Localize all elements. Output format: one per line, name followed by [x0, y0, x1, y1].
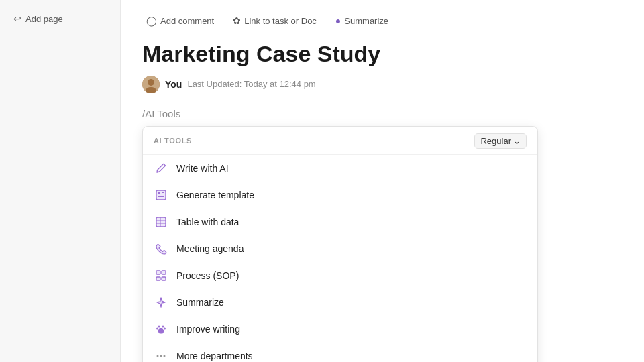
paw-icon — [154, 322, 168, 337]
chevron-down-icon: ⌄ — [513, 136, 521, 146]
svg-rect-6 — [158, 196, 164, 197]
svg-rect-5 — [162, 192, 164, 193]
menu-item-generate-template[interactable]: Generate template — [143, 182, 537, 208]
svg-rect-11 — [156, 271, 160, 274]
add-comment-label: Add comment — [160, 16, 214, 26]
summarize-button[interactable]: ● Summarize — [331, 13, 392, 28]
menu-item-label: More departments — [176, 351, 253, 361]
ai-tools-card: AI TOOLS Regular ⌄ Write with AI — [142, 126, 538, 362]
menu-item-table-with-data[interactable]: Table with data — [143, 208, 537, 235]
card-header-label: AI TOOLS — [154, 137, 192, 145]
add-page-label: Add page — [25, 14, 63, 24]
toolbar: ◯ Add comment ✿ Link to task or Doc ● Su… — [142, 13, 623, 28]
author-name: You — [165, 79, 182, 90]
menu-item-summarize[interactable]: Summarize — [143, 289, 537, 316]
menu-item-improve-writing[interactable]: Improve writing — [143, 316, 537, 343]
menu-item-label: Summarize — [176, 297, 224, 308]
menu-item-label: Improve writing — [176, 324, 240, 335]
table-icon — [154, 215, 168, 229]
summarize-label: Summarize — [344, 16, 388, 26]
svg-point-15 — [158, 325, 160, 327]
pencil-icon — [154, 161, 168, 176]
svg-point-19 — [157, 355, 159, 357]
svg-rect-12 — [162, 271, 166, 274]
summarize-icon: ● — [335, 15, 341, 26]
comment-icon: ◯ — [146, 15, 157, 26]
svg-point-21 — [164, 355, 166, 357]
menu-item-label: Table with data — [176, 217, 239, 227]
sidebar: ↩ Add page — [0, 0, 121, 362]
dots-icon — [154, 349, 168, 362]
menu-item-label: Generate template — [176, 190, 254, 200]
menu-item-meeting-agenda[interactable]: Meeting agenda — [143, 235, 537, 262]
template-icon — [154, 188, 168, 202]
page-title: Marketing Case Study — [142, 40, 623, 68]
link-task-button[interactable]: ✿ Link to task or Doc — [229, 13, 321, 28]
svg-rect-7 — [156, 217, 166, 227]
svg-point-16 — [162, 325, 164, 327]
menu-item-label: Meeting agenda — [176, 243, 244, 254]
regular-dropdown-button[interactable]: Regular ⌄ — [474, 133, 527, 149]
svg-rect-3 — [156, 190, 166, 200]
svg-rect-4 — [158, 192, 160, 194]
author-row: You Last Updated: Today at 12:44 pm — [142, 76, 623, 93]
sparkle-icon — [154, 295, 168, 310]
add-page-button[interactable]: ↩ Add page — [8, 11, 68, 27]
svg-point-20 — [160, 355, 162, 357]
menu-item-label: Process (SOP) — [176, 270, 239, 281]
card-header: AI TOOLS Regular ⌄ — [143, 127, 537, 155]
avatar — [142, 76, 160, 93]
menu-item-write-with-ai[interactable]: Write with AI — [143, 155, 537, 182]
menu-item-process-sop[interactable]: Process (SOP) — [143, 262, 537, 289]
svg-point-1 — [148, 79, 154, 86]
regular-label: Regular — [480, 136, 511, 146]
link-task-label: Link to task or Doc — [244, 16, 317, 26]
svg-point-17 — [156, 327, 158, 329]
link-icon: ✿ — [233, 15, 241, 26]
add-page-icon: ↩ — [13, 13, 21, 24]
svg-rect-13 — [156, 277, 160, 280]
menu-item-label: Write with AI — [176, 163, 229, 174]
ai-tools-heading: /AI Tools — [142, 108, 623, 119]
last-updated-label: Last Updated: Today at 12:44 pm — [187, 79, 315, 89]
phone-icon — [154, 241, 168, 256]
add-comment-button[interactable]: ◯ Add comment — [142, 13, 218, 28]
process-icon — [154, 268, 168, 283]
svg-point-18 — [164, 327, 166, 329]
svg-rect-14 — [162, 277, 166, 280]
main-content: ◯ Add comment ✿ Link to task or Doc ● Su… — [121, 0, 644, 362]
menu-item-more-departments[interactable]: More departments — [143, 343, 537, 362]
